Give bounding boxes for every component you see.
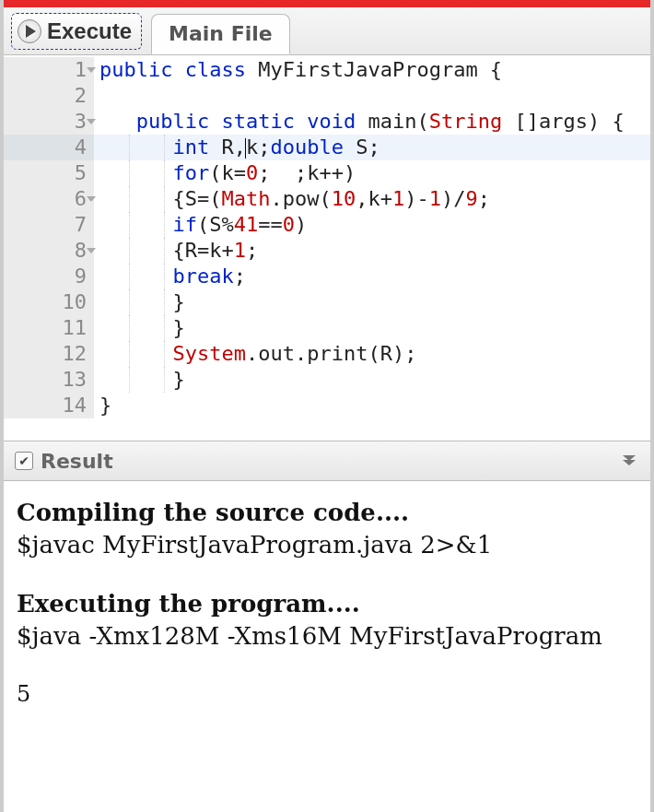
tab-label: Main File <box>169 22 273 45</box>
toolbar: Execute Main File <box>4 7 650 55</box>
code-line[interactable]: 8 {R=k+1; <box>4 238 650 264</box>
chevron-double-down-icon[interactable] <box>619 453 639 469</box>
code-text[interactable]: public class MyFirstJavaProgram { <box>94 57 650 83</box>
code-line[interactable]: 11 } <box>4 315 650 341</box>
code-editor[interactable]: 1public class MyFirstJavaProgram {23 pub… <box>4 55 650 441</box>
execute-button-label: Execute <box>47 18 132 44</box>
code-line[interactable]: 4 int R,k;double S; <box>4 135 650 160</box>
code-line[interactable]: 6 {S=(Math.pow(10,k+1)-1)/9; <box>4 186 650 212</box>
code-line[interactable]: 13 } <box>4 367 650 393</box>
code-text[interactable]: break; <box>94 264 650 289</box>
gutter-line-number[interactable]: 4 <box>4 135 94 160</box>
code-text[interactable]: for(k=0; ;k++) <box>94 160 650 186</box>
window-top-accent <box>4 0 650 7</box>
play-icon <box>18 19 41 43</box>
code-text[interactable]: int R,k;double S; <box>94 135 650 160</box>
code-text[interactable]: if(S%41==0) <box>94 212 650 238</box>
code-line[interactable]: 1public class MyFirstJavaProgram { <box>4 57 650 83</box>
gutter-line-number[interactable]: 12 <box>4 341 94 367</box>
gutter-line-number[interactable]: 3 <box>4 109 94 135</box>
code-text[interactable]: System.out.print(R); <box>94 341 650 367</box>
program-output: 5 <box>17 680 637 708</box>
gutter-line-number[interactable]: 1 <box>4 57 94 83</box>
code-line[interactable]: 3 public static void main(String []args)… <box>4 109 650 135</box>
code-text[interactable]: {S=(Math.pow(10,k+1)-1)/9; <box>94 186 650 212</box>
code-text[interactable]: public static void main(String []args) { <box>94 109 650 135</box>
code-text[interactable]: {R=k+1; <box>94 238 650 264</box>
gutter-line-number[interactable]: 9 <box>4 264 94 289</box>
tab-main-file[interactable]: Main File <box>151 14 290 54</box>
code-line[interactable]: 5 for(k=0; ;k++) <box>4 160 650 186</box>
code-text[interactable]: } <box>94 367 650 393</box>
gutter-line-number[interactable]: 7 <box>4 212 94 238</box>
app-frame: Execute Main File 1public class MyFirstJ… <box>0 0 654 812</box>
result-title-label: Result <box>41 450 113 473</box>
check-icon: ✔ <box>15 452 33 470</box>
result-panel-header[interactable]: ✔ Result <box>4 441 650 481</box>
code-text[interactable]: } <box>94 393 650 418</box>
code-line[interactable]: 14} <box>4 393 650 418</box>
code-line[interactable]: 12 System.out.print(R); <box>4 341 650 367</box>
code-line[interactable]: 10 } <box>4 289 650 315</box>
code-line[interactable]: 9 break; <box>4 264 650 289</box>
gutter-line-number[interactable]: 6 <box>4 186 94 212</box>
execute-heading: Executing the program.... <box>17 589 637 619</box>
code-text[interactable]: } <box>94 289 650 315</box>
code-line[interactable]: 7 if(S%41==0) <box>4 212 650 238</box>
code-text[interactable]: } <box>94 315 650 341</box>
gutter-line-number[interactable]: 10 <box>4 289 94 315</box>
gutter-line-number[interactable]: 2 <box>4 83 94 109</box>
gutter-line-number[interactable]: 8 <box>4 238 94 264</box>
compile-heading: Compiling the source code.... <box>17 498 637 528</box>
result-panel-body: Compiling the source code.... $javac MyF… <box>4 481 650 812</box>
gutter-line-number[interactable]: 14 <box>4 393 94 418</box>
execute-button[interactable]: Execute <box>11 13 142 50</box>
gutter-line-number[interactable]: 11 <box>4 315 94 341</box>
gutter-line-number[interactable]: 5 <box>4 160 94 186</box>
code-line[interactable]: 2 <box>4 83 650 109</box>
gutter-line-number[interactable]: 13 <box>4 367 94 393</box>
code-text[interactable] <box>94 83 650 109</box>
execute-command: $java -Xmx128M -Xms16M MyFirstJavaProgra… <box>17 621 637 652</box>
compile-command: $javac MyFirstJavaProgram.java 2>&1 <box>17 530 637 560</box>
